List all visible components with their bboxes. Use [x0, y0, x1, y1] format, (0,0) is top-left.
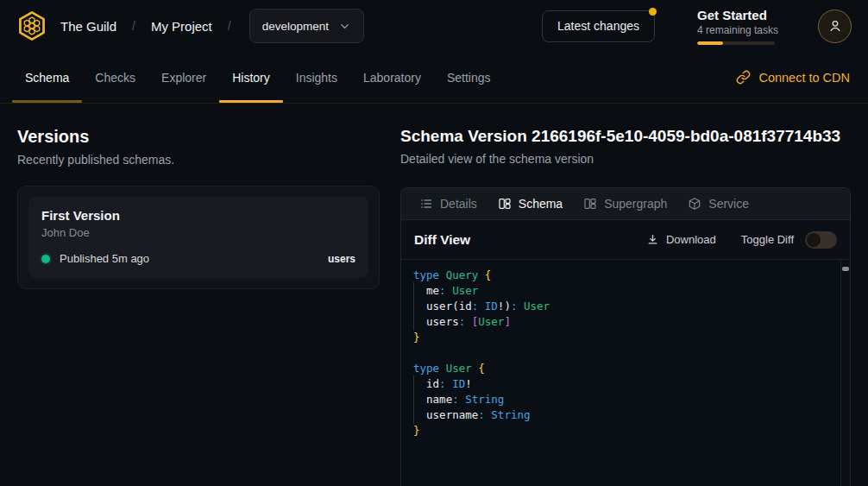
breadcrumb-org[interactable]: The Guild: [60, 19, 116, 34]
code-line: }: [413, 330, 829, 345]
columns-layout-icon: [583, 197, 597, 211]
code-line: }: [413, 423, 829, 439]
detail-tab-supergraph[interactable]: Supergraph: [573, 188, 677, 219]
nav-tab-history[interactable]: History: [219, 52, 283, 103]
main-nav: Schema Checks Explorer History Insights …: [0, 52, 868, 104]
code-line: me: User: [413, 283, 829, 299]
person-icon: [827, 17, 844, 35]
nav-tab-schema[interactable]: Schema: [12, 52, 82, 103]
detail-tablist: Details Schema Supergraph: [401, 188, 850, 220]
schema-version-detail-panel: Schema Version 2166196f-5e10-4059-bd0a-0…: [400, 104, 851, 486]
download-button[interactable]: Download: [646, 233, 716, 246]
toggle-diff-switch[interactable]: [805, 231, 837, 249]
code-scrollbar[interactable]: [840, 260, 850, 486]
versions-subtitle: Recently published schemas.: [17, 153, 380, 167]
nav-tab-explorer[interactable]: Explorer: [148, 52, 219, 103]
versions-title: Versions: [17, 127, 380, 147]
chevron-down-icon: [338, 20, 351, 33]
target-selector[interactable]: development: [249, 9, 364, 43]
link-icon: [736, 70, 751, 85]
code-scrollbar-thumb[interactable]: [842, 267, 849, 271]
user-avatar-button[interactable]: [818, 9, 852, 43]
diff-toolbar: Diff View Download Toggle Diff: [401, 220, 850, 260]
versions-panel: Versions Recently published schemas. Fir…: [17, 104, 380, 486]
diff-view-title: Diff View: [414, 232, 470, 248]
latest-changes-button[interactable]: Latest changes: [542, 10, 655, 42]
get-started-widget[interactable]: Get Started 4 remaining tasks: [697, 8, 775, 45]
hive-logo[interactable]: [16, 10, 47, 41]
columns-layout-icon: [498, 197, 512, 211]
toggle-diff-label: Toggle Diff: [741, 233, 794, 246]
published-status-dot: [41, 255, 50, 263]
schema-version-subtitle: Detailed view of the schema version: [400, 152, 851, 167]
cube-icon: [688, 197, 701, 211]
code-line: id: ID!: [413, 376, 829, 392]
version-published-status: Published 5m ago: [60, 252, 149, 265]
nav-tab-insights[interactable]: Insights: [283, 52, 350, 103]
nav-tab-settings[interactable]: Settings: [434, 52, 504, 103]
versions-list-card: First Version John Doe Published 5m ago …: [17, 186, 380, 289]
target-selector-value: development: [262, 20, 329, 33]
latest-changes-label: Latest changes: [557, 19, 639, 33]
schema-version-title: Schema Version 2166196f-5e10-4059-bd0a-0…: [400, 127, 851, 146]
code-line: [413, 345, 829, 361]
version-name: First Version: [41, 208, 355, 223]
get-started-title: Get Started: [697, 8, 775, 22]
schema-sdl-code: type Query { me: User user(id: ID!): Use…: [413, 268, 829, 439]
code-line: users: [User]: [413, 314, 829, 330]
code-line: user(id: ID!): User: [413, 299, 829, 314]
detail-tab-service[interactable]: Service: [677, 188, 759, 219]
toggle-diff-knob: [807, 233, 821, 247]
notification-dot: [649, 8, 657, 16]
list-icon: [419, 197, 433, 211]
schema-sdl-viewer[interactable]: type Query { me: User user(id: ID!): Use…: [401, 260, 850, 486]
get-started-progress-track: [697, 41, 775, 45]
version-list-item[interactable]: First Version John Doe Published 5m ago …: [28, 197, 368, 278]
content: Versions Recently published schemas. Fir…: [0, 104, 868, 486]
connect-cdn-link[interactable]: Connect to CDN: [736, 70, 856, 85]
app-header: The Guild / My Project / development Lat…: [0, 0, 868, 52]
get-started-subtitle: 4 remaining tasks: [697, 24, 775, 36]
connect-cdn-label: Connect to CDN: [758, 71, 850, 85]
code-line: type User {: [413, 361, 829, 376]
breadcrumb: The Guild / My Project / development: [60, 9, 364, 43]
nav-tab-laboratory[interactable]: Laboratory: [350, 52, 434, 103]
breadcrumb-separator: /: [132, 19, 135, 33]
nav-tab-checks[interactable]: Checks: [82, 52, 148, 103]
breadcrumb-separator: /: [228, 19, 231, 33]
detail-tab-schema[interactable]: Schema: [487, 188, 573, 219]
code-line: name: String: [413, 392, 829, 407]
breadcrumb-project[interactable]: My Project: [151, 19, 212, 34]
detail-tab-details[interactable]: Details: [409, 188, 487, 219]
get-started-progress-fill: [697, 41, 723, 45]
version-service-badge: users: [328, 253, 355, 265]
schema-version-detail-box: Details Schema Supergraph: [400, 187, 851, 486]
version-author: John Doe: [41, 226, 355, 239]
code-line: username: String: [413, 407, 829, 423]
download-icon: [646, 233, 659, 246]
code-line: type Query {: [413, 268, 829, 283]
